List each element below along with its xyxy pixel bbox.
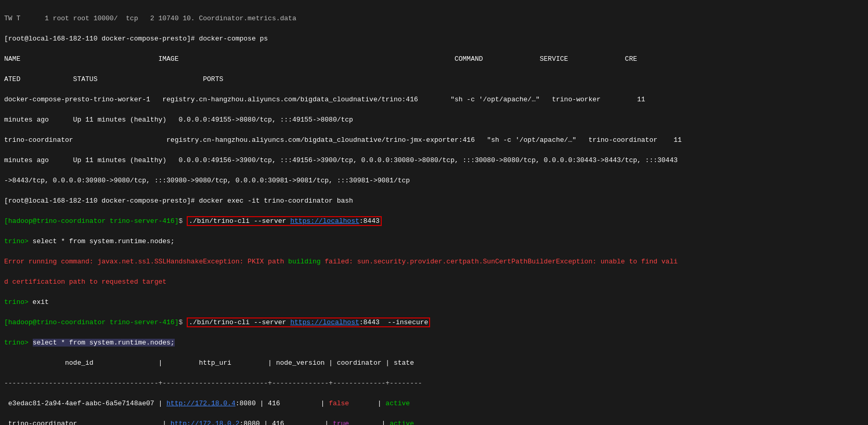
line-4: ATED STATUS PORTS — [4, 74, 864, 85]
line-6: minutes ago Up 11 minutes (healthy) 0.0.… — [4, 115, 864, 125]
line-7: trino-coordinator registry.cn-hangzhou.a… — [4, 135, 864, 145]
terminal-window: TW T 1 root root 10000/ tcp 2 10740 10. … — [0, 0, 868, 425]
line-14: d certification path to requested target — [4, 277, 864, 287]
line-1: TW T 1 root root 10000/ tcp 2 10740 10. … — [4, 14, 864, 24]
line-8: minutes ago Up 11 minutes (healthy) 0.0.… — [4, 155, 864, 166]
highlight-box-2: ./bin/trino-cli --server https://localho… — [187, 317, 430, 327]
line-15: trino> exit — [4, 297, 864, 308]
line-11: [hadoop@trino-coordinator trino-server-4… — [4, 216, 864, 227]
line-3: NAME IMAGE COMMAND SERVICE CRE — [4, 54, 864, 64]
line-13: Error running command: javax.net.ssl.SSL… — [4, 257, 864, 267]
table-header-1: node_id | http_uri | node_version | coor… — [4, 358, 864, 368]
table-row-2: trino-coordinator | http://172.18.0.2:80… — [4, 419, 864, 426]
line-17: trino> select * from system.runtime.node… — [4, 338, 864, 348]
highlight-box-1: ./bin/trino-cli --server https://localho… — [187, 216, 382, 226]
line-9: ->8443/tcp, 0.0.0.0:30980->9080/tcp, :::… — [4, 176, 864, 186]
line-12: trino> select * from system.runtime.node… — [4, 236, 864, 247]
line-2: [root@local-168-182-110 docker-compose-p… — [4, 34, 864, 44]
table-row-1: e3edac81-2a94-4aef-aabc-6a5e7148ae07 | h… — [4, 399, 864, 409]
line-5: docker-compose-presto-trino-worker-1 reg… — [4, 95, 864, 105]
line-10: [root@local-168-182-110 docker-compose-p… — [4, 196, 864, 206]
line-16: [hadoop@trino-coordinator trino-server-4… — [4, 317, 864, 328]
table-sep-1: --------------------------------------+-… — [4, 378, 864, 389]
